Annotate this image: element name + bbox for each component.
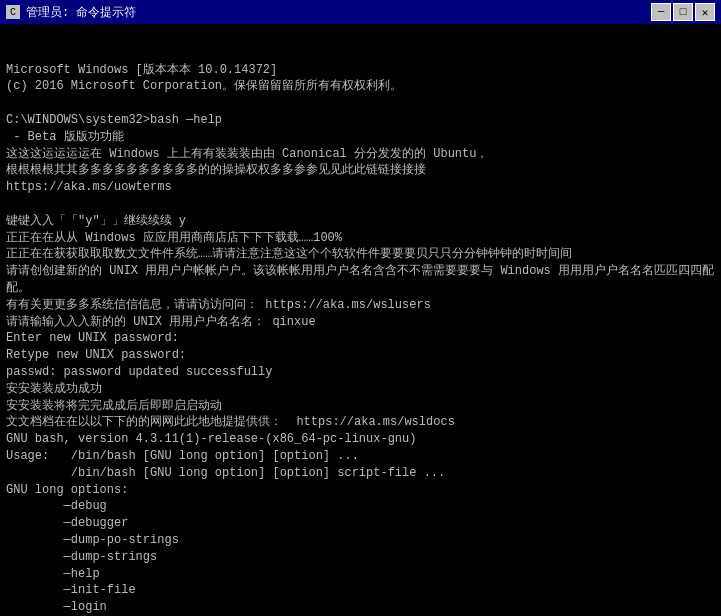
console-line: —dump-strings [6, 549, 715, 566]
console-output[interactable]: Microsoft Windows [版本本本 10.0.14372](c) 2… [0, 24, 721, 616]
title-bar-controls: ─ □ ✕ [651, 3, 715, 21]
console-line: 安安装装成功成功 [6, 381, 715, 398]
maximize-button[interactable]: □ [673, 3, 693, 21]
console-line: (c) 2016 Microsoft Corporation。保保留留留所所有有… [6, 78, 715, 95]
title-bar: C 管理员: 命令提示符 ─ □ ✕ [0, 0, 721, 24]
console-line: Usage: /bin/bash [GNU long option] [opti… [6, 448, 715, 465]
console-line: GNU bash, version 4.3.11(1)-release-(x86… [6, 431, 715, 448]
console-line: 请请输输入入入新的的 UNIX 用用户户名名名： qinxue [6, 314, 715, 331]
console-line: 正正在在从从 Windows 应应用用商商店店下下下载载……100% [6, 230, 715, 247]
console-line: Enter new UNIX password: [6, 330, 715, 347]
console-line: 有有关更更多多系统信信信息，请请访访问问： https://aka.ms/wsl… [6, 297, 715, 314]
close-button[interactable]: ✕ [695, 3, 715, 21]
minimize-button[interactable]: ─ [651, 3, 671, 21]
console-line: 安安装装将将完完成成后后即即启启动动 [6, 398, 715, 415]
console-line: /bin/bash [GNU long option] [option] scr… [6, 465, 715, 482]
console-line: —help [6, 566, 715, 583]
window-title: 管理员: 命令提示符 [26, 4, 136, 21]
console-line: https://aka.ms/uowterms [6, 179, 715, 196]
console-line: GNU long options: [6, 482, 715, 499]
console-line: Microsoft Windows [版本本本 10.0.14372] [6, 62, 715, 79]
console-line: Retype new UNIX password: [6, 347, 715, 364]
console-line: —dump-po-strings [6, 532, 715, 549]
console-line: —login [6, 599, 715, 616]
console-line: 正正在在获获取取取数文文件件系统……请请注意注意这这个个软软件件要要要贝只只分分… [6, 246, 715, 263]
console-line [6, 95, 715, 112]
console-line: - Beta 版版功功能 [6, 129, 715, 146]
cmd-icon: C [6, 5, 20, 19]
title-bar-left: C 管理员: 命令提示符 [6, 4, 136, 21]
console-line: 请请创创建新的的 UNIX 用用户户帐帐户户。该该帐帐用用户户名名含含不不需需要… [6, 263, 715, 297]
console-line: —debugger [6, 515, 715, 532]
console-line: passwd: password updated successfully [6, 364, 715, 381]
cmd-window: C 管理员: 命令提示符 ─ □ ✕ Microsoft Windows [版本… [0, 0, 721, 616]
console-line: —init-file [6, 582, 715, 599]
console-line: 根根根根其其多多多多多多多多多多的的操操权权多多参参见见此此链链接接接 [6, 162, 715, 179]
console-line: —debug [6, 498, 715, 515]
console-line: 这这这运运运运在 Windows 上上有有装装装由由 Canonical 分分发… [6, 146, 715, 163]
console-line: C:\WINDOWS\system32>bash —help [6, 112, 715, 129]
console-line: 键键入入「「"y"」」继续续续 y [6, 213, 715, 230]
console-line: 文文档档在在以以下下的的网网此此地地提提供供： https://aka.ms/w… [6, 414, 715, 431]
console-line [6, 196, 715, 213]
